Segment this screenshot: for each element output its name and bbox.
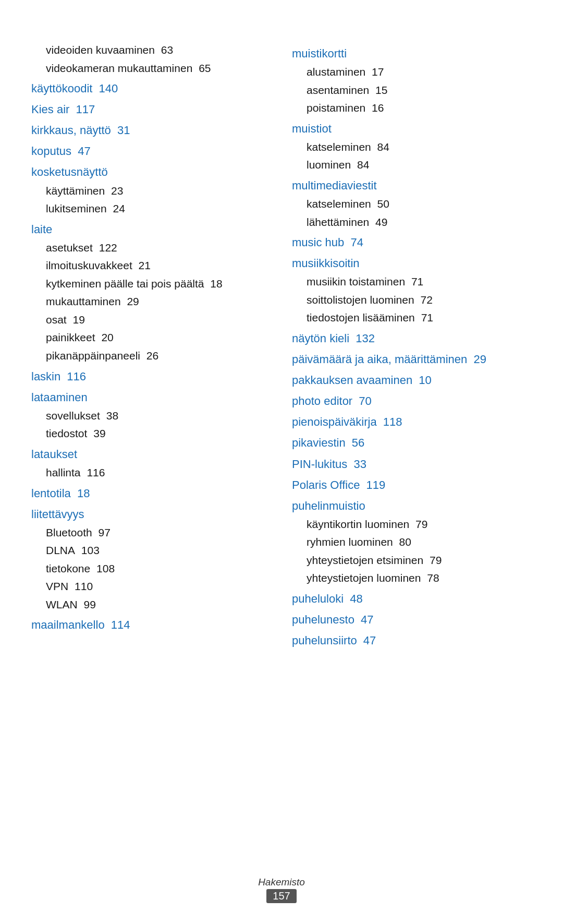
- entry-page: 84: [374, 141, 389, 153]
- entry-page: 65: [195, 62, 211, 74]
- index-entry: laite: [31, 221, 271, 238]
- page-container: videoiden kuvaaminen 63videokameran muka…: [0, 21, 563, 682]
- index-entry: pikaviestin 56: [292, 434, 532, 452]
- index-entry: koputus 47: [31, 142, 271, 160]
- entry-label: alustaminen: [307, 66, 365, 78]
- index-entry: alustaminen 17: [292, 64, 532, 81]
- index-entry: lataaminen: [31, 389, 271, 406]
- entry-page: 16: [369, 102, 384, 114]
- entry-page: 84: [354, 159, 369, 171]
- index-entry: muistikortti: [292, 45, 532, 63]
- entry-page: 97: [95, 526, 111, 538]
- entry-page: 26: [143, 350, 158, 362]
- index-entry: laskin 116: [31, 368, 271, 386]
- index-entry: osat 19: [31, 311, 271, 329]
- entry-page: 39: [90, 427, 105, 439]
- entry-label: videoiden kuvaaminen: [46, 44, 155, 56]
- entry-label: laskin: [31, 370, 60, 383]
- entry-page: 74: [347, 236, 363, 249]
- index-entry: lentotila 18: [31, 485, 271, 502]
- entry-page: 38: [103, 410, 118, 422]
- entry-page: 29: [124, 295, 139, 307]
- entry-label: puhelunesto: [292, 613, 354, 626]
- entry-label: näytön kieli: [292, 332, 349, 345]
- entry-label: mukauttaminen: [46, 295, 121, 307]
- index-entry: kirkkaus, näyttö 31: [31, 122, 271, 139]
- index-entry: puheluloki 48: [292, 590, 532, 608]
- footer-page: 157: [266, 889, 296, 903]
- index-entry: lukitseminen 24: [31, 200, 271, 218]
- entry-label: musiikin toistaminen: [307, 275, 405, 287]
- index-entry: lataukset: [31, 446, 271, 463]
- entry-label: DLNA: [46, 544, 75, 556]
- entry-page: 63: [158, 44, 173, 56]
- entry-page: 72: [418, 294, 433, 306]
- index-entry: hallinta 116: [31, 464, 271, 482]
- entry-label: lataaminen: [31, 391, 88, 404]
- entry-page: 70: [356, 394, 372, 407]
- index-entry: musiikin toistaminen 71: [292, 273, 532, 291]
- index-entry: videokameran mukauttaminen 65: [31, 60, 271, 77]
- index-entry: videoiden kuvaaminen 63: [31, 42, 271, 59]
- index-entry: asetukset 122: [31, 239, 271, 257]
- entry-label: kirkkaus, näyttö: [31, 124, 111, 137]
- entry-label: yhteystietojen etsiminen: [307, 554, 423, 566]
- entry-label: katseleminen: [307, 198, 371, 210]
- entry-label: tietokone: [46, 562, 90, 574]
- entry-page: 122: [96, 242, 117, 254]
- entry-page: 17: [369, 66, 384, 78]
- entry-page: 119: [363, 478, 385, 491]
- entry-label: ryhmien luominen: [307, 536, 393, 548]
- entry-page: 71: [408, 275, 423, 287]
- entry-label: pikaviestin: [292, 436, 346, 449]
- index-entry: tietokone 108: [31, 560, 271, 578]
- entry-page: 140: [95, 82, 118, 95]
- entry-page: 99: [81, 598, 96, 610]
- entry-page: 24: [110, 202, 125, 214]
- entry-page: 114: [108, 618, 130, 631]
- index-entry: kosketusnäyttö: [31, 163, 271, 181]
- entry-page: 47: [358, 613, 374, 626]
- entry-label: puheluloki: [292, 592, 344, 605]
- entry-label: asetukset: [46, 242, 93, 254]
- entry-page: 31: [114, 124, 130, 137]
- entry-label: Kies air: [31, 103, 69, 116]
- entry-label: pienoispäiväkirja: [292, 415, 377, 428]
- index-entry: pakkauksen avaaminen 10: [292, 371, 532, 389]
- entry-label: luominen: [307, 159, 351, 171]
- index-entry: yhteystietojen etsiminen 79: [292, 552, 532, 569]
- footer-label: Hakemisto: [0, 877, 563, 888]
- index-entry: ryhmien luominen 80: [292, 534, 532, 551]
- index-entry: tiedostojen lisääminen 71: [292, 309, 532, 327]
- entry-label: painikkeet: [46, 331, 95, 343]
- entry-label: maailmankello: [31, 618, 105, 631]
- index-entry: pikanäppäinpaneeli 26: [31, 347, 271, 365]
- entry-label: lukitseminen: [46, 202, 107, 214]
- index-entry: Kies air 117: [31, 101, 271, 118]
- index-entry: liitettävyys: [31, 506, 271, 523]
- index-entry: puhelunsiirto 47: [292, 632, 532, 650]
- entry-page: 78: [424, 572, 439, 584]
- index-entry: photo editor 70: [292, 392, 532, 410]
- left-column: videoiden kuvaaminen 63videokameran muka…: [31, 42, 287, 651]
- entry-label: kytkeminen päälle tai pois päältä: [46, 278, 204, 290]
- entry-page: 50: [374, 198, 389, 210]
- index-entry: puhelinmuistio: [292, 497, 532, 515]
- index-entry: music hub 74: [292, 234, 532, 251]
- entry-label: photo editor: [292, 394, 352, 407]
- index-entry: luominen 84: [292, 157, 532, 174]
- index-entry: käyttäminen 23: [31, 183, 271, 200]
- index-entry: pienoispäiväkirja 118: [292, 413, 532, 431]
- index-entry: päivämäärä ja aika, määrittäminen 29: [292, 351, 532, 368]
- entry-label: muistiot: [292, 122, 332, 135]
- entry-label: videokameran mukauttaminen: [46, 62, 192, 74]
- index-entry: DLNA 103: [31, 542, 271, 559]
- entry-label: käyttäminen: [46, 185, 105, 197]
- entry-label: asentaminen: [307, 84, 369, 96]
- index-entry: kytkeminen päälle tai pois päältä 18: [31, 275, 271, 293]
- entry-label: katseleminen: [307, 141, 371, 153]
- entry-label: lentotila: [31, 487, 71, 500]
- entry-page: 79: [412, 518, 427, 530]
- index-entry: mukauttaminen 29: [31, 293, 271, 310]
- entry-page: 19: [70, 314, 85, 326]
